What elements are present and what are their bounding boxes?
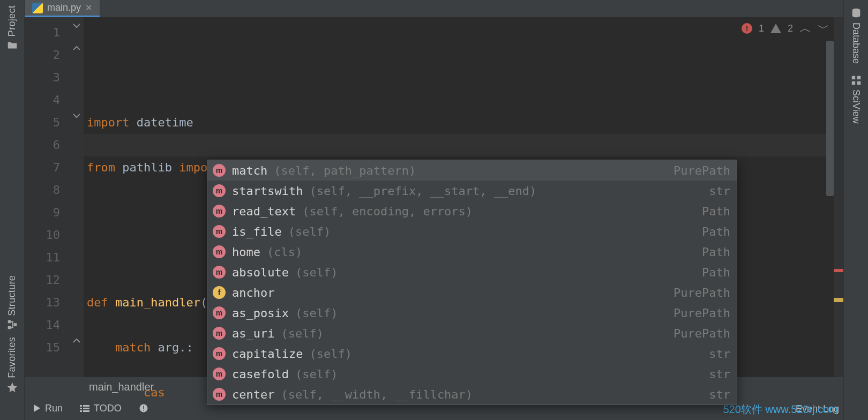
completion-signature: (self) [281,327,323,340]
fold-gutter [72,17,84,396]
python-file-icon [32,3,43,13]
editor-tab-bar: main.py ✕ [25,0,843,17]
completion-name: home [232,245,260,259]
completion-type: Path [702,205,730,218]
fold-handle-icon[interactable] [72,22,81,29]
method-icon: m [213,225,226,238]
svg-rect-5 [857,76,860,79]
completion-name: as_posix [232,306,289,320]
completion-type: Path [702,225,730,238]
autocomplete-item[interactable]: mhome(cls)Path [207,242,737,262]
completion-name: startswith [232,184,303,198]
method-icon: m [213,327,226,340]
field-icon: f [213,286,226,299]
completion-name: anchor [232,286,274,299]
error-icon: ! [742,23,752,34]
svg-rect-6 [851,81,855,85]
method-icon: m [213,266,226,279]
completion-type: str [709,347,730,361]
autocomplete-item[interactable]: mis_file(self)Path [207,221,737,242]
chevron-down-icon[interactable]: ﹀ [818,20,829,36]
line-number: 12 [25,269,60,291]
completion-signature: (self) [288,225,331,238]
method-icon: m [213,388,226,401]
fold-handle-icon[interactable] [72,338,81,344]
line-number: 9 [25,201,60,224]
run-tool-button[interactable]: Run [33,403,63,414]
completion-signature: (self) [309,347,351,361]
close-icon[interactable]: ✕ [85,3,92,13]
autocomplete-popup[interactable]: mmatch(self, path_pattern)PurePathmstart… [207,160,737,405]
completion-type: Path [702,245,730,259]
svg-rect-9 [143,406,144,409]
completion-signature: (self, __width, __fillchar) [281,388,473,401]
autocomplete-item[interactable]: fanchorPurePath [207,282,737,303]
sidebar-database-tool[interactable]: Database [850,2,862,69]
completion-signature: (self, __prefix, __start, __end) [309,184,536,198]
completion-type: PurePath [674,306,730,320]
line-number: 15 [25,336,60,359]
autocomplete-item[interactable]: mread_text(self, encoding, errors)Path [207,201,737,221]
fold-handle-icon[interactable] [72,112,81,119]
star-icon [6,381,18,393]
completion-type: str [709,184,730,198]
method-icon: m [213,347,226,360]
grid-icon [850,74,862,86]
line-number: 13 [25,291,60,314]
sidebar-sciview-tool[interactable]: SciView [850,69,862,129]
sidebar-project-tool[interactable]: Project [6,2,18,55]
todo-tool-button[interactable]: TODO [80,403,122,414]
autocomplete-item[interactable]: mas_posix(self)PurePath [207,303,737,323]
list-icon [80,404,89,412]
sidebar-label: SciView [850,89,862,124]
svg-rect-0 [8,320,11,324]
autocomplete-item[interactable]: mstartswith(self, __prefix, __start, __e… [207,181,737,201]
autocomplete-item[interactable]: mcasefold(self)str [207,364,737,384]
svg-rect-7 [857,81,860,85]
event-log-button[interactable]: Event Log [796,403,839,415]
editor-tab[interactable]: main.py ✕ [25,0,100,17]
completion-signature: (cls) [267,245,302,259]
inspection-results[interactable]: ! 1 2 ︿ ﹀ [742,20,829,36]
autocomplete-item[interactable]: mcapitalize(self)str [207,343,737,364]
method-icon: m [213,368,226,380]
completion-type: PurePath [674,327,730,340]
method-icon: m [213,164,226,177]
completion-name: as_uri [232,327,274,340]
line-number: 7 [25,156,60,179]
completion-signature: (self, encoding, errors) [302,205,473,218]
line-number: 6 [25,134,60,156]
sidebar-favorites-tool[interactable]: Favorites [6,334,18,396]
method-icon: m [213,205,226,218]
tab-filename: main.py [47,2,81,13]
completion-name: capitalize [232,347,303,361]
autocomplete-item[interactable]: mas_uri(self)PurePath [207,323,737,343]
method-icon: m [213,306,226,319]
todo-label: TODO [94,403,122,414]
method-icon: m [213,184,226,197]
completion-name: read_text [232,205,296,218]
line-number: 14 [25,314,60,336]
line-number: 11 [25,246,60,269]
completion-name: match [232,164,267,177]
alert-circle-icon [139,403,148,413]
svg-rect-4 [851,76,855,79]
fold-handle-icon[interactable] [72,45,81,51]
run-label: Run [45,403,63,414]
completion-name: casefold [232,368,289,381]
folder-icon [6,40,18,51]
right-tool-sidebar: Database SciView [843,0,868,420]
completion-signature: (self, path_pattern) [274,164,416,177]
chevron-up-icon[interactable]: ︿ [799,20,811,36]
error-count: 1 [759,23,764,34]
autocomplete-item[interactable]: mcenter(self, __width, __fillchar)str [207,384,737,404]
autocomplete-item[interactable]: mmatch(self, path_pattern)PurePath [207,160,737,181]
sidebar-structure-tool[interactable]: Structure [6,272,18,334]
completion-type: str [709,368,730,381]
completion-signature: (self) [295,266,338,279]
autocomplete-item[interactable]: mabsolute(self)Path [207,262,737,282]
completion-type: PurePath [674,164,730,177]
problems-tool-button[interactable] [139,403,148,413]
database-icon [850,8,862,19]
line-number: 10 [25,224,60,246]
